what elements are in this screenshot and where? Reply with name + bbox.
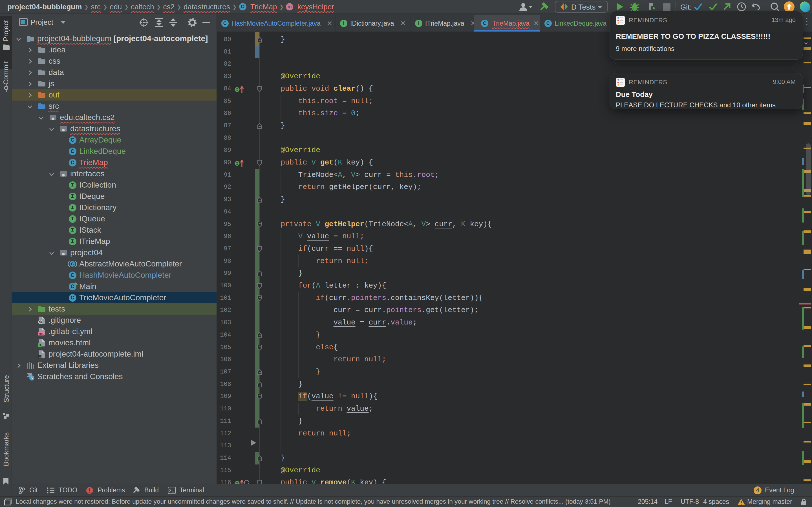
svg-text:C: C [71,262,74,266]
svg-text:I: I [236,88,238,92]
svg-text:I: I [236,162,238,166]
svg-text:I: I [236,482,238,484]
svg-text:H: H [39,343,41,347]
svg-text:YML: YML [38,332,44,335]
